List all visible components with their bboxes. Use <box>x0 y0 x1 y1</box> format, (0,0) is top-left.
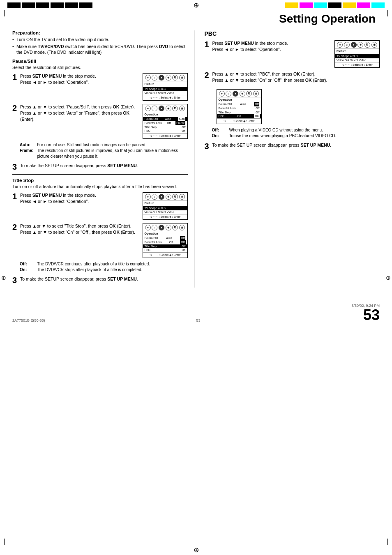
icon-pbc2-5: ⛨ <box>246 91 252 97</box>
screen-pbc1-tvshape: TV Shape 4:3LB <box>335 54 379 58</box>
ts-on-off-desc: Off: The DVD/VCR continues after playbac… <box>20 261 188 273</box>
screen-nav-4: ↑↓←→ : Select ◈ : Enter <box>143 252 187 258</box>
pause-step-1-content: Press SET UP MENU in the stop mode. Pres… <box>20 73 188 101</box>
icon-pbc2-2: ⌕ <box>226 91 231 97</box>
header-right-bar <box>285 2 385 8</box>
hblock-yellow <box>285 2 298 8</box>
pbc-step-num-1: 1 <box>205 40 210 48</box>
screen-icons-1: ● ⌕ ● ◈ ⛨ ◉ <box>143 74 187 81</box>
icon-pbc2-3: ● <box>233 91 238 97</box>
icon-pbc1-3: ● <box>351 42 357 48</box>
screen-pbc2-pbc: PBCOnOn <box>217 114 261 118</box>
hblock <box>51 2 64 8</box>
icon-filled-3: ● <box>159 194 164 200</box>
ts-step-2-content: Press ▲or ▼ to select "Title Stop", then… <box>20 223 188 258</box>
pbc-on-label: On: <box>212 133 228 139</box>
screen-nav-3: ↑↓←→ : Select ◈ : Enter <box>143 214 187 219</box>
screen-operation-label-2: Operation <box>143 231 187 236</box>
header-left-bar <box>7 2 92 8</box>
screen-pbc2-pause: Pause/StillAutoOff <box>217 102 261 106</box>
pause-step-2-content: Press ▲ or ▼ to select "Pause/Still", th… <box>20 104 188 139</box>
corner-mark-tr <box>381 10 388 16</box>
frame-label: Frame: <box>20 148 35 159</box>
screen-item-tvshape-2: TV Shape 4:3LB <box>143 206 187 210</box>
screen-mockup-pbc-1: ● ⌕ ● ◈ ⛨ ◉ Picture TV Shape 4:3LB Video… <box>334 40 380 68</box>
frame-text: The resolution of still pictures is impr… <box>37 148 188 159</box>
page-title: Setting Operation <box>12 12 380 25</box>
screen-ts-title: Title StopOff <box>143 244 187 249</box>
crosshair-right: ⊕ <box>386 274 391 281</box>
auto-text: For normal use. Still and fast motion im… <box>37 142 188 148</box>
pause-step-2: 2 Press ▲ or ▼ to select "Pause/Still", … <box>12 104 188 139</box>
pbc-step-num-2: 2 <box>205 71 210 79</box>
pause-step-2-text: Press ▲ or ▼ to select "Pause/Still", th… <box>20 104 139 122</box>
icon-pbc1-5: ⛨ <box>364 42 370 48</box>
preparation-title: Preparation: <box>12 30 188 35</box>
screen-item-videoout: Video Out Select Video <box>143 91 187 95</box>
pbc-step-num-3: 3 <box>205 142 210 150</box>
corner-mark-br <box>381 539 388 545</box>
pbc-step-1-text: Press SET UP MENU in the stop mode. Pres… <box>212 40 332 52</box>
auto-label: Auto: <box>20 142 35 148</box>
bullet-2: Make sure TV/VCR/DVD switch has been sli… <box>12 44 188 55</box>
ts-on-label: On: <box>20 267 35 273</box>
pause-still-subtitle: Select the resolution of still pictures. <box>12 65 188 70</box>
page-number: 53 <box>363 308 380 322</box>
divider-1 <box>12 174 188 175</box>
crosshair-left: ⊕ <box>1 274 6 281</box>
hblock-yellow2 <box>343 2 356 8</box>
screen-pause-still: Pause/StillAutoAuto <box>143 117 187 121</box>
screen-mockup-4: ● ⌕ ● ◈ ⛨ ◉ Operation Pause/StillAutoOff <box>143 223 188 258</box>
hblock-cyan <box>314 2 327 8</box>
icon-pbc2-4: ◈ <box>240 91 245 97</box>
icon-power-4: ● <box>145 225 151 230</box>
crosshair-bottom: ⊕ <box>194 546 199 554</box>
screen-pbc: PBCOn <box>143 129 187 133</box>
screen-icons-pbc2: ● ⌕ ● ◈ ⛨ ◉ <box>217 90 261 97</box>
screen-nav-2: ↑↓←→ : Select ◈ : Enter <box>143 133 187 138</box>
hblock <box>79 2 92 8</box>
icon-shield-3: ⛨ <box>172 194 178 200</box>
screen-icons-2: ● ⌕ ● ◈ ⛨ ◉ <box>143 104 187 112</box>
screen-ts-pbc: PBCOn <box>143 248 187 252</box>
pause-step-3: 3 To make the SETUP screen disappear, pr… <box>12 163 188 171</box>
ts-off-label: Off: <box>20 261 35 267</box>
icon-eye: ◉ <box>179 75 185 81</box>
pbc-off-label: Off: <box>212 127 228 133</box>
corner-mark-tl <box>4 10 11 16</box>
icon-filled: ● <box>159 75 164 81</box>
step-num-1: 1 <box>12 73 18 81</box>
screen-nav-1: ↑↓←→ : Select ◈ : Enter <box>143 95 187 100</box>
screen-mockup-1: ● ⌕ ● ◈ ⛨ ◉ Picture TV Shape 4:3LB Video… <box>143 73 188 101</box>
screen-icons-3: ● ⌕ ● ◈ ⛨ ◉ <box>143 193 187 200</box>
screen-pbc2-title: Title StopOff <box>217 111 261 115</box>
corner-mark-bl <box>4 539 11 545</box>
icon-pbc1-6: ◉ <box>371 42 377 48</box>
screen-label-picture-2: Picture <box>143 200 187 206</box>
pbc-off-text: When playing a VIDEO CD without using th… <box>229 127 380 133</box>
screen-ts-pause: Pause/StillAutoOff <box>143 236 187 240</box>
ts-step-3: 3 To make the SETUP screen disappear, pr… <box>12 276 188 284</box>
screen-mockup-2: ● ⌕ ● ◈ ⛨ ◉ Operation Pause/StillAutoAut… <box>143 104 188 139</box>
pbc-step-2-content: Press ▲ or ▼ to select "PBC", then press… <box>212 71 380 124</box>
ts-off-desc: Off: The DVD/VCR continues after playbac… <box>20 261 188 267</box>
icon-eye-2: ◉ <box>179 106 185 111</box>
icon-settings-3: ◈ <box>166 194 171 200</box>
ts-off-text: The DVD/VCR continues after playback of … <box>37 261 188 267</box>
hblock-black <box>328 2 341 8</box>
icon-power: ● <box>145 75 151 81</box>
ts-step-1-text: Press SET UP MENU in the stop mode. Pres… <box>20 192 139 204</box>
screen-pbc2-parental: Parental LockOff <box>217 106 261 111</box>
pbc-section: PBC 1 Press SET UP MENU in the stop mode… <box>205 30 380 150</box>
pbc-on-desc: On: To use the menu when playing a PBC-f… <box>212 133 380 139</box>
ts-on-text: The DVD/VCR stops after playback of a ti… <box>37 267 188 273</box>
ts-on-desc: On: The DVD/VCR stops after playback of … <box>20 267 188 273</box>
icon-settings-4: ◈ <box>166 225 171 230</box>
pause-step-3-text: To make the SETUP screen disappear, pres… <box>20 163 188 169</box>
icon-settings: ◈ <box>166 75 171 81</box>
icon-eye-3: ◉ <box>179 194 185 200</box>
screen-icons-4: ● ⌕ ● ◈ ⛨ ◉ <box>143 223 187 231</box>
pause-still-title: Pause/Still <box>12 59 188 64</box>
ts-step-num-3: 3 <box>12 276 18 284</box>
title-stop-section: Title Stop Turn on or off a feature that… <box>12 178 188 284</box>
